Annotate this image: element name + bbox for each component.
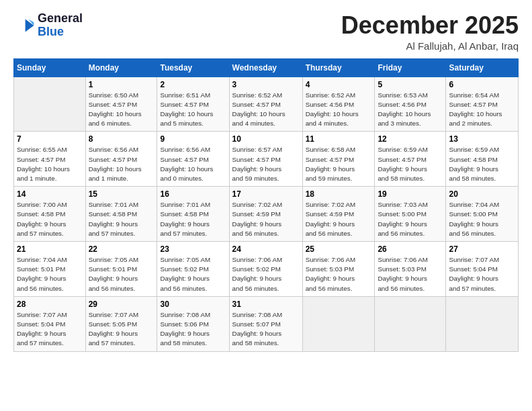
table-cell: 29Sunrise: 7:07 AMSunset: 5:05 PMDayligh… xyxy=(85,296,157,351)
day-number: 3 xyxy=(232,80,300,89)
day-number: 14 xyxy=(17,189,83,199)
table-cell: 14Sunrise: 7:00 AMSunset: 4:58 PMDayligh… xyxy=(14,187,86,242)
table-cell: 17Sunrise: 7:02 AMSunset: 4:59 PMDayligh… xyxy=(229,187,302,242)
day-info: Sunrise: 6:59 AMSunset: 4:58 PMDaylight:… xyxy=(449,145,515,183)
table-cell: 13Sunrise: 6:59 AMSunset: 4:58 PMDayligh… xyxy=(446,132,519,187)
col-monday: Monday xyxy=(85,58,157,77)
table-cell: 4Sunrise: 6:52 AMSunset: 4:56 PMDaylight… xyxy=(302,77,375,132)
table-cell: 12Sunrise: 6:59 AMSunset: 4:57 PMDayligh… xyxy=(375,132,446,187)
table-cell: 22Sunrise: 7:05 AMSunset: 5:01 PMDayligh… xyxy=(85,242,157,297)
day-info: Sunrise: 6:52 AMSunset: 4:56 PMDaylight:… xyxy=(306,91,372,129)
day-info: Sunrise: 6:55 AMSunset: 4:57 PMDaylight:… xyxy=(17,145,83,183)
day-number: 5 xyxy=(378,80,443,89)
day-number: 25 xyxy=(306,244,372,254)
table-cell: 10Sunrise: 6:57 AMSunset: 4:57 PMDayligh… xyxy=(229,132,302,187)
day-number: 28 xyxy=(17,300,83,309)
day-info: Sunrise: 7:07 AMSunset: 5:04 PMDaylight:… xyxy=(449,255,515,293)
day-info: Sunrise: 7:02 AMSunset: 4:59 PMDaylight:… xyxy=(306,200,372,238)
calendar-header-row: Sunday Monday Tuesday Wednesday Thursday… xyxy=(14,58,519,77)
day-info: Sunrise: 6:56 AMSunset: 4:57 PMDaylight:… xyxy=(89,145,154,183)
table-cell: 31Sunrise: 7:08 AMSunset: 5:07 PMDayligh… xyxy=(229,296,302,351)
week-row-4: 21Sunrise: 7:04 AMSunset: 5:01 PMDayligh… xyxy=(14,242,519,297)
table-cell: 1Sunrise: 6:50 AMSunset: 4:57 PMDaylight… xyxy=(85,77,157,132)
day-info: Sunrise: 7:07 AMSunset: 5:04 PMDaylight:… xyxy=(17,310,83,349)
table-cell: 20Sunrise: 7:04 AMSunset: 5:00 PMDayligh… xyxy=(446,187,519,242)
day-info: Sunrise: 6:51 AMSunset: 4:57 PMDaylight:… xyxy=(160,91,226,129)
table-cell xyxy=(375,296,446,351)
logo: General Blue xyxy=(13,12,83,39)
day-info: Sunrise: 6:50 AMSunset: 4:57 PMDaylight:… xyxy=(89,91,154,129)
day-info: Sunrise: 6:56 AMSunset: 4:57 PMDaylight:… xyxy=(160,145,226,183)
table-cell: 19Sunrise: 7:03 AMSunset: 5:00 PMDayligh… xyxy=(375,187,446,242)
table-cell: 5Sunrise: 6:53 AMSunset: 4:56 PMDaylight… xyxy=(375,77,446,132)
day-number: 7 xyxy=(17,134,83,144)
page-header: General Blue December 2025 Al Fallujah, … xyxy=(13,12,519,52)
table-cell: 7Sunrise: 6:55 AMSunset: 4:57 PMDaylight… xyxy=(14,132,86,187)
day-number: 17 xyxy=(232,189,300,199)
table-cell xyxy=(446,296,519,351)
day-number: 4 xyxy=(306,80,372,89)
table-cell: 9Sunrise: 6:56 AMSunset: 4:57 PMDaylight… xyxy=(157,132,229,187)
table-cell: 8Sunrise: 6:56 AMSunset: 4:57 PMDaylight… xyxy=(85,132,157,187)
table-cell: 28Sunrise: 7:07 AMSunset: 5:04 PMDayligh… xyxy=(14,296,86,351)
day-number: 20 xyxy=(449,189,515,199)
day-info: Sunrise: 7:02 AMSunset: 4:59 PMDaylight:… xyxy=(232,200,300,238)
col-sunday: Sunday xyxy=(14,58,86,77)
day-info: Sunrise: 7:01 AMSunset: 4:58 PMDaylight:… xyxy=(89,200,154,238)
col-thursday: Thursday xyxy=(302,58,375,77)
title-block: December 2025 Al Fallujah, Al Anbar, Ira… xyxy=(341,12,519,52)
day-info: Sunrise: 6:53 AMSunset: 4:56 PMDaylight:… xyxy=(378,91,443,129)
day-info: Sunrise: 7:04 AMSunset: 5:01 PMDaylight:… xyxy=(17,255,83,293)
day-number: 22 xyxy=(89,244,154,254)
day-info: Sunrise: 7:05 AMSunset: 5:02 PMDaylight:… xyxy=(160,255,226,293)
day-number: 10 xyxy=(232,134,300,144)
table-cell xyxy=(14,77,86,132)
day-number: 29 xyxy=(89,300,154,309)
day-number: 15 xyxy=(89,189,154,199)
col-friday: Friday xyxy=(375,58,446,77)
day-number: 21 xyxy=(17,244,83,254)
day-info: Sunrise: 7:08 AMSunset: 5:06 PMDaylight:… xyxy=(160,310,226,349)
day-number: 27 xyxy=(449,244,515,254)
day-info: Sunrise: 6:58 AMSunset: 4:57 PMDaylight:… xyxy=(306,145,372,183)
day-number: 9 xyxy=(160,134,226,144)
table-cell: 18Sunrise: 7:02 AMSunset: 4:59 PMDayligh… xyxy=(302,187,375,242)
table-cell: 2Sunrise: 6:51 AMSunset: 4:57 PMDaylight… xyxy=(157,77,229,132)
day-number: 12 xyxy=(378,134,443,144)
week-row-5: 28Sunrise: 7:07 AMSunset: 5:04 PMDayligh… xyxy=(14,296,519,351)
day-info: Sunrise: 6:52 AMSunset: 4:57 PMDaylight:… xyxy=(232,91,300,129)
week-row-1: 1Sunrise: 6:50 AMSunset: 4:57 PMDaylight… xyxy=(14,77,519,132)
col-tuesday: Tuesday xyxy=(157,58,229,77)
day-info: Sunrise: 7:01 AMSunset: 4:58 PMDaylight:… xyxy=(160,200,226,238)
day-number: 19 xyxy=(378,189,443,199)
table-cell: 30Sunrise: 7:08 AMSunset: 5:06 PMDayligh… xyxy=(157,296,229,351)
table-cell: 27Sunrise: 7:07 AMSunset: 5:04 PMDayligh… xyxy=(446,242,519,297)
day-info: Sunrise: 7:04 AMSunset: 5:00 PMDaylight:… xyxy=(449,200,515,238)
day-info: Sunrise: 7:05 AMSunset: 5:01 PMDaylight:… xyxy=(89,255,154,293)
month-title: December 2025 xyxy=(341,12,519,39)
col-wednesday: Wednesday xyxy=(229,58,302,77)
table-cell: 21Sunrise: 7:04 AMSunset: 5:01 PMDayligh… xyxy=(14,242,86,297)
day-info: Sunrise: 6:54 AMSunset: 4:57 PMDaylight:… xyxy=(449,91,515,129)
table-cell: 15Sunrise: 7:01 AMSunset: 4:58 PMDayligh… xyxy=(85,187,157,242)
day-number: 31 xyxy=(232,300,300,309)
table-cell: 16Sunrise: 7:01 AMSunset: 4:58 PMDayligh… xyxy=(157,187,229,242)
day-info: Sunrise: 7:06 AMSunset: 5:02 PMDaylight:… xyxy=(232,255,300,293)
location: Al Fallujah, Al Anbar, Iraq xyxy=(341,40,519,52)
day-number: 1 xyxy=(89,80,154,89)
day-info: Sunrise: 7:07 AMSunset: 5:05 PMDaylight:… xyxy=(89,310,154,349)
svg-marker-0 xyxy=(26,19,34,32)
day-number: 13 xyxy=(449,134,515,144)
day-number: 18 xyxy=(306,189,372,199)
table-cell xyxy=(302,296,375,351)
day-info: Sunrise: 6:57 AMSunset: 4:57 PMDaylight:… xyxy=(232,145,300,183)
table-cell: 11Sunrise: 6:58 AMSunset: 4:57 PMDayligh… xyxy=(302,132,375,187)
day-number: 8 xyxy=(89,134,154,144)
day-number: 6 xyxy=(449,80,515,89)
col-saturday: Saturday xyxy=(446,58,519,77)
table-cell: 26Sunrise: 7:06 AMSunset: 5:03 PMDayligh… xyxy=(375,242,446,297)
day-info: Sunrise: 7:06 AMSunset: 5:03 PMDaylight:… xyxy=(306,255,372,293)
calendar-table: Sunday Monday Tuesday Wednesday Thursday… xyxy=(13,58,519,352)
day-info: Sunrise: 7:06 AMSunset: 5:03 PMDaylight:… xyxy=(378,255,443,293)
logo-icon xyxy=(13,15,35,36)
